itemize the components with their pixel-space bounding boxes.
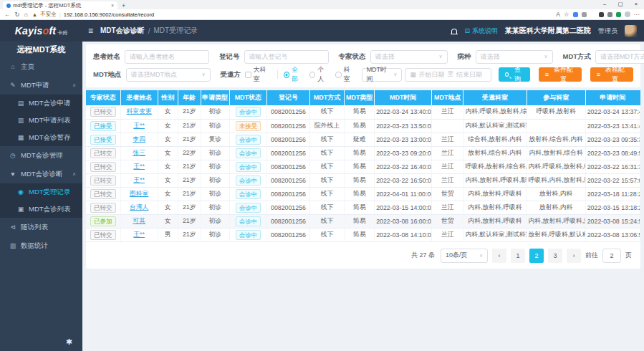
table-row[interactable]: 已参加可其女21岁初诊会诊中0082001256线下简易2022-03-08 1… [86,214,640,228]
cell-mode: 线下 [310,105,345,119]
prev-page-button[interactable]: ‹ [492,249,506,263]
maximize-button[interactable]: ▢ [612,0,628,9]
patient-name-link[interactable]: 李四 [133,135,145,143]
condition-config-button[interactable]: ≡条件配置 [539,67,582,82]
star-icon[interactable]: ☆ [564,11,569,18]
patient-name-link[interactable]: 张三 [133,149,145,156]
table-row[interactable]: 已接受李四女21岁复诊会诊中0082001256线下疑难2022-03-23 1… [86,133,640,146]
page-button-2[interactable]: 2 [529,249,544,263]
tab-title: mdt受理记录 - 远程MDT系统 [13,2,109,9]
new-tab-button[interactable]: + [122,2,125,9]
sidebar-item-home[interactable]: ⌂主页 [0,57,82,76]
invitee-radio-科室[interactable] [335,72,341,78]
tab-strip: mdt受理记录 - 远程MDT系统 × + – ▢ × [0,0,644,9]
minimize-button[interactable]: – [597,0,612,9]
home-icon[interactable]: ⌂ [24,11,28,18]
cell-time: 2022-03-22 16:50:00 [375,173,432,187]
sidebar-item-stats[interactable]: ▥数据统计 [0,236,82,255]
browser-profile-avatar[interactable] [625,11,630,17]
table-row[interactable]: 已转交科室变更女21岁初诊会诊中0082001256线下简易2022-03-24… [86,105,640,119]
tab-close-icon[interactable]: × [111,3,114,8]
cell-patient-name: 王** [120,160,158,173]
sidebar-item-mdt-record[interactable]: ◉MDT受理记录 [0,183,82,201]
sidebar-item-mdt-apply-draft[interactable]: ▦MDT会诊暂存 [0,129,82,146]
jump-page-input[interactable] [602,249,621,263]
user-avatar[interactable] [625,25,637,37]
more-icon[interactable]: ··· [634,11,640,18]
page-size-select[interactable]: 10条/页∨ [441,249,488,263]
mdt-place-select[interactable]: 请选择MDT地点∨ [126,68,211,82]
next-page-button[interactable]: › [567,249,581,263]
table-row[interactable]: 已转交张三女22岁初诊会诊中0082001256线下简易2022-03-23 0… [86,146,640,160]
mdt-status-tag: 未接受 [236,121,261,131]
patient-name-link[interactable]: 台湾人 [130,203,148,211]
sidebar-item-mdt-apply-form[interactable]: ▤MDT会诊申请 [0,95,82,112]
table-row[interactable]: 已转交图科室女21岁初诊会诊中0082001256线下简易2022-04-01 … [86,187,640,201]
close-button[interactable]: × [628,0,644,9]
page-button-1[interactable]: 1 [511,249,525,263]
extension-icon[interactable] [590,12,595,17]
table-row[interactable]: 已转交王**男21岁初诊会诊中0082001256线下简易2022-03-08 … [86,228,640,241]
browser-chrome: mdt受理记录 - 远程MDT系统 × + – ▢ × ← ↻ ⌂ ▲ 不安全 … [0,0,644,20]
time-field-select[interactable]: MDT时间∨ [362,68,403,82]
cell-place: 兰江 [432,173,463,187]
reg-no-input[interactable] [244,50,329,64]
patient-name-link[interactable]: 图科室 [130,190,148,197]
expert-status-tag: 已转交 [90,203,116,213]
sidebar-collapse-icon[interactable]: ≡ [88,26,93,36]
extension-icon[interactable] [573,12,578,17]
extension-icon[interactable] [582,12,587,17]
extension-icon[interactable] [616,12,621,17]
column-header: MDT方式 [310,90,345,105]
table-row[interactable]: 已转交王**女21岁初诊会诊中0082001256线下简易2022-03-22 … [86,173,640,187]
patient-name-input[interactable] [125,50,209,64]
invitee-radio-个人[interactable] [309,72,315,78]
system-help-link[interactable]: ⊡系统说明 [464,27,498,36]
expert-status-select[interactable]: 请选择∨ [370,50,448,64]
sidebar-item-mdt-apply-list[interactable]: ▥MDT申请列表 [0,112,82,129]
system-help-label: 系统说明 [472,27,498,36]
edit-icon: ✎ [9,82,16,89]
sidebar-item-followup[interactable]: ⊲随访列表 [0,218,82,236]
sidebar-item-label: MDT受理记录 [29,188,71,197]
extension-icon[interactable] [599,12,604,17]
sidebar-item-mdt-consult-list[interactable]: ▣MDT会诊列表 [0,201,82,218]
page-button-3[interactable]: 3 [548,249,562,263]
query-button[interactable]: 查询 [499,67,530,82]
patient-name-link[interactable]: 王** [133,122,145,129]
date-range-picker[interactable]: ▦ 开始日期 至 结束日期 [405,68,491,82]
sidebar-item-label: MDT申请列表 [29,116,71,125]
sidebar-item-label: MDT会诊暂存 [29,133,71,143]
patient-name-link[interactable]: 科室变更 [127,107,152,115]
cell-expert-status: 已转交 [86,228,120,241]
sidebar-item-mdt-diagnose[interactable]: ♥MDT会诊诊断∧ [0,165,82,183]
sidebar-item-mdt-apply[interactable]: ✎MDT申请∧ [0,76,82,95]
sidebar-item-mdt-manage[interactable]: ◷MDT会诊管理 [0,146,82,165]
bell-icon[interactable] [451,29,457,34]
back-icon[interactable]: ← [4,11,11,18]
table-config-button[interactable]: ≡表格配置 [590,67,633,82]
refresh-icon[interactable]: ↻ [15,11,20,18]
table-row[interactable]: 已转交王**女21岁初诊会诊中0082001256线下简易2022-03-22 … [86,160,640,173]
chevron-up-icon: ∧ [72,171,76,177]
mdt-mode-select[interactable]: 请选择MDT方式∨ [595,50,644,64]
table-row[interactable]: 已接受王**女21岁初诊未接受0082001256院外线上简易2022-03-2… [86,119,640,133]
filter-panel: 患者姓名 登记号 专家状态 请选择∨ 病种 请选择∨ MDT方式 请选择MDT方… [86,44,640,87]
gear-icon[interactable]: ✱ [66,337,72,347]
disease-select[interactable]: 请选择∨ [476,50,553,64]
search-icon [505,72,509,77]
address-bar[interactable]: ▲ 不安全 | 192.168.0.156:9002/consultate/re… [32,11,552,18]
invitee-radio-全部[interactable] [284,72,289,78]
extension-icon[interactable] [607,12,612,17]
sidebar-item-label: MDT会诊诊断 [21,170,63,179]
dept-group-checkbox[interactable] [245,72,251,78]
browser-toolbar: ← ↻ ⌂ ▲ 不安全 | 192.168.0.156:9002/consult… [0,9,644,20]
table-row[interactable]: 已转交台湾人女21岁初诊会诊中0082001256线下简易2022-03-15 … [86,201,640,214]
condition-config-label: 条件配置 [552,65,575,84]
patient-name-link[interactable]: 王** [133,176,145,183]
font-resize-icon[interactable]: A [556,11,560,18]
patient-name-link[interactable]: 可其 [133,217,145,224]
patient-name-link[interactable]: 王** [133,231,145,238]
patient-name-link[interactable]: 王** [133,163,145,170]
browser-tab[interactable]: mdt受理记录 - 远程MDT系统 × [3,1,117,9]
